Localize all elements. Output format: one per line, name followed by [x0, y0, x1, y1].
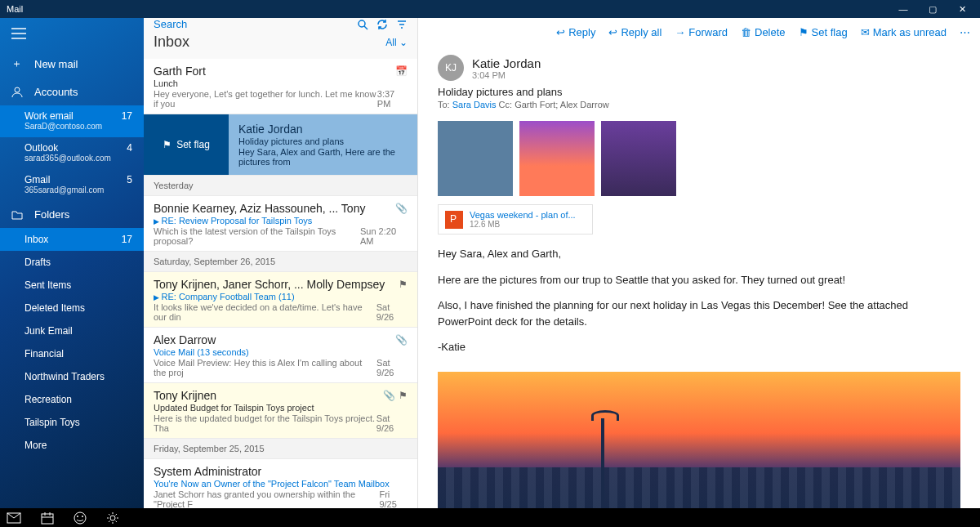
window-title: Mail: [7, 4, 23, 14]
folder-drafts[interactable]: Drafts: [0, 251, 144, 274]
recipient-to[interactable]: Sara Davis: [452, 100, 497, 109]
folder-inbox[interactable]: Inbox17: [0, 228, 144, 251]
message-subject: Holiday pictures and plans: [438, 86, 960, 98]
svg-point-0: [15, 87, 20, 92]
file-attachment[interactable]: Vegas weekend - plan of... 12.6 MB: [438, 204, 593, 234]
powerpoint-icon: [445, 211, 463, 229]
list-title: Inbox: [154, 33, 189, 51]
forward-button[interactable]: →Forward: [675, 26, 728, 38]
accounts-label: Accounts: [34, 86, 78, 98]
attachment-icon: 📎: [395, 334, 408, 346]
svg-point-6: [82, 516, 83, 517]
swipe-flag-panel[interactable]: ⚑Set flag: [144, 114, 229, 175]
message-item[interactable]: System AdministratorYou're Now an Owner …: [144, 459, 417, 508]
menu-button[interactable]: [0, 18, 144, 49]
body-para-1: Hey Sara, Alex and Garth,: [438, 246, 960, 262]
body-para-4: -Katie: [438, 339, 960, 355]
message-item[interactable]: 📎Bonnie Kearney, Aziz Hassouneh, ... Ton…: [144, 196, 417, 252]
folder-northwind-traders[interactable]: Northwind Traders: [0, 365, 144, 388]
message-body: Hey Sara, Alex and Garth, Here are the p…: [418, 234, 980, 372]
search-icon[interactable]: [357, 19, 368, 30]
sidebar: ＋ New mail Accounts Work emailSaraD@cont…: [0, 18, 144, 508]
reply-button[interactable]: ↩Reply: [556, 26, 595, 38]
reply-all-button[interactable]: ↩Reply all: [608, 26, 662, 38]
folder-tailspin-toys[interactable]: Tailspin Toys: [0, 411, 144, 434]
message-time: 3:04 PM: [472, 70, 541, 80]
account-0[interactable]: Work emailSaraD@contoso.com17: [0, 105, 144, 137]
window-titlebar: Mail — ▢ ✕: [0, 0, 980, 18]
svg-point-5: [77, 516, 78, 517]
forward-icon: →: [675, 26, 685, 38]
delete-button[interactable]: 🗑Delete: [741, 26, 786, 38]
folder-recreation[interactable]: Recreation: [0, 388, 144, 411]
folders-label: Folders: [34, 208, 69, 221]
envelope-icon: ✉: [861, 26, 870, 38]
search-input[interactable]: [154, 18, 349, 30]
file-size: 12.6 MB: [470, 220, 576, 229]
folder-junk-email[interactable]: Junk Email: [0, 319, 144, 342]
message-item-selected[interactable]: ⚑Set flagKatie JordanHoliday pictures an…: [144, 114, 417, 176]
account-1[interactable]: Outlooksarad365@outlook.com4: [0, 137, 144, 169]
trash-icon: 🗑: [741, 26, 751, 38]
flag-icon: ⚑: [399, 279, 408, 290]
maximize-button[interactable]: ▢: [918, 4, 947, 15]
image-attachments: [418, 113, 980, 204]
reading-pane: ↩Reply ↩Reply all →Forward 🗑Delete ⚑Set …: [418, 18, 980, 508]
svg-point-4: [74, 512, 86, 524]
set-flag-button[interactable]: ⚑Set flag: [799, 26, 848, 38]
svg-rect-3: [42, 514, 53, 524]
folder-more[interactable]: More: [0, 434, 144, 457]
message-list-pane: Inbox All ⌄ 📅Garth FortLunchHey everyone…: [144, 18, 418, 508]
group-header: Friday, September 25, 2015: [144, 439, 417, 459]
image-attachment-1[interactable]: [438, 121, 513, 196]
chevron-down-icon: ⌄: [399, 37, 408, 48]
message-header: KJ Katie Jordan 3:04 PM Holiday pictures…: [418, 47, 980, 113]
flag-icon: ⚑: [163, 139, 172, 150]
filter-icon[interactable]: [396, 19, 408, 30]
message-item[interactable]: 📎Alex DarrowVoice Mail (13 seconds)Voice…: [144, 328, 417, 383]
image-attachment-2[interactable]: [519, 121, 595, 196]
more-actions-button[interactable]: ⋯: [960, 26, 970, 38]
body-para-3: Also, I have finished the planning for o…: [438, 297, 960, 329]
reply-all-icon: ↩: [608, 26, 617, 38]
attachment-icon: 📎: [395, 203, 408, 214]
close-button[interactable]: ✕: [947, 4, 977, 15]
filter-all-button[interactable]: All ⌄: [385, 37, 408, 48]
calendar-nav-button[interactable]: [41, 511, 54, 525]
accounts-header[interactable]: Accounts: [0, 78, 144, 105]
search-bar: [144, 18, 417, 30]
new-mail-label: New mail: [34, 58, 78, 70]
attachment-icon: 📎: [383, 390, 395, 401]
recipient-cc: Garth Fort; Alex Darrow: [514, 100, 609, 109]
minimize-button[interactable]: —: [889, 4, 918, 14]
message-item[interactable]: 📎⚑Tony KrijnenUpdated Budget for Tailspi…: [144, 383, 417, 439]
group-header: Yesterday: [144, 176, 417, 196]
new-mail-button[interactable]: ＋ New mail: [0, 49, 144, 78]
message-item[interactable]: 📅Garth FortLunchHey everyone, Let's get …: [144, 59, 417, 114]
account-2[interactable]: Gmail365sarad@gmail.com5: [0, 169, 144, 201]
message-recipients: To: Sara Davis Cc: Garth Fort; Alex Darr…: [438, 100, 960, 109]
sync-icon[interactable]: [376, 19, 388, 30]
hamburger-icon: [11, 28, 26, 39]
folder-icon: [11, 210, 26, 220]
image-attachment-3[interactable]: [601, 121, 676, 196]
plus-icon: ＋: [11, 56, 26, 71]
group-header: Saturday, September 26, 2015: [144, 252, 417, 272]
folder-sent-items[interactable]: Sent Items: [0, 274, 144, 297]
folder-deleted-items[interactable]: Deleted Items: [0, 297, 144, 319]
folders-header[interactable]: Folders: [0, 201, 144, 228]
inline-image: [438, 372, 960, 508]
folder-financial[interactable]: Financial: [0, 342, 144, 365]
svg-point-1: [359, 20, 365, 27]
sender-avatar: KJ: [438, 55, 464, 81]
message-item[interactable]: ⚑Tony Krijnen, Janer Schorr, ... Molly D…: [144, 272, 417, 328]
file-name: Vegas weekend - plan of...: [470, 210, 576, 220]
mail-nav-button[interactable]: [7, 512, 21, 524]
settings-button[interactable]: [106, 511, 119, 525]
bottom-bar: [0, 508, 980, 527]
mark-unread-button[interactable]: ✉Mark as unread: [861, 26, 947, 38]
body-para-2: Here are the pictures from our trup to S…: [438, 272, 960, 288]
feedback-button[interactable]: [74, 511, 87, 525]
ellipsis-icon: ⋯: [960, 26, 970, 38]
sender-name: Katie Jordan: [472, 56, 541, 70]
